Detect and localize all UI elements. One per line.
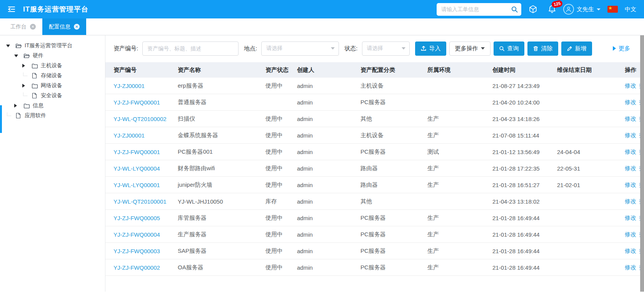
asset-code-link[interactable]: YJ-ZJ-FWQ00001 <box>113 99 178 106</box>
tree-item-信息[interactable]: 信息 <box>0 101 105 111</box>
user-menu[interactable]: 文先生 <box>563 4 601 15</box>
asset-no-input[interactable] <box>142 41 239 56</box>
search-input[interactable] <box>441 6 511 12</box>
table-cell: PC服务器 <box>360 99 427 106</box>
close-icon[interactable]: ✕ <box>74 24 80 30</box>
tab-label: 工作台 <box>10 23 27 30</box>
edit-link[interactable]: 修改 <box>625 181 636 189</box>
asset-code-link[interactable]: YJ-WL-QT20100002 <box>113 116 178 122</box>
tab-workbench[interactable]: 工作台 ✕ <box>4 18 42 35</box>
edit-link[interactable]: 修改 <box>625 198 636 205</box>
asset-code-link[interactable]: YJ-ZJ-FWQ00004 <box>113 231 178 238</box>
asset-code-link[interactable]: YJ-ZJ00001 <box>113 83 178 89</box>
tree-item-网络设备[interactable]: 网络设备 <box>0 81 105 91</box>
edit-link[interactable]: 修改 <box>625 115 636 123</box>
cube-icon[interactable] <box>528 5 538 14</box>
table-row: YJ-WL-LYQ00001juniper防火墙使用中admin路由器生产21-… <box>105 177 644 193</box>
tree-item-安全设备[interactable]: 安全设备 <box>0 91 105 101</box>
table-cell: 使用中 <box>265 264 297 271</box>
table-cell: admin <box>297 182 360 188</box>
edit-link[interactable]: 修改 <box>625 247 636 255</box>
edit-link[interactable]: 修改 <box>625 82 636 90</box>
main-area: IT服务运营管理平台硬件主机设备存储设备网络设备安全设备信息应用软件 资产编号:… <box>0 35 644 292</box>
import-button[interactable]: 导入 <box>415 41 446 56</box>
sidebar-scroll-indicator[interactable] <box>0 105 2 133</box>
chevron-down-icon <box>481 47 485 50</box>
asset-code-link[interactable]: YJ-ZJ00001 <box>113 132 178 139</box>
table-cell: 生产 <box>427 115 492 123</box>
caret-right-icon[interactable] <box>22 84 32 88</box>
table-cell: 使用中 <box>265 148 297 156</box>
tree-item-主机设备[interactable]: 主机设备 <box>0 61 105 71</box>
table-cell: 库存 <box>265 198 297 205</box>
tree-item-存储设备[interactable]: 存储设备 <box>0 71 105 81</box>
table-cell: 使用中 <box>265 132 297 139</box>
table-cell: 使用中 <box>265 82 297 90</box>
table-cell: 路由器 <box>360 165 427 172</box>
asset-code-link[interactable]: YJ-WL-QT20100001 <box>113 198 178 205</box>
asset-code-link[interactable]: YJ-WL-LYQ00004 <box>113 165 178 172</box>
vertical-scrollbar[interactable] <box>640 35 644 292</box>
column-header: 维保结束日期 <box>557 66 625 74</box>
column-header: 资产名称 <box>178 66 265 74</box>
table-cell: 24-04-04 <box>557 149 625 155</box>
tree-item-label: 存储设备 <box>41 72 62 79</box>
tree-item-硬件[interactable]: 硬件 <box>0 51 105 61</box>
app-title: IT服务运营管理平台 <box>23 5 88 14</box>
add-button[interactable]: 新增 <box>561 41 592 56</box>
status-select[interactable]: 请选择 <box>362 41 410 56</box>
table-cell: 财务部路由wifi <box>178 165 265 172</box>
table-cell: 生产 <box>427 231 492 238</box>
table-cell: 生产 <box>427 214 492 222</box>
chevron-down-icon <box>331 47 335 50</box>
edit-link[interactable]: 修改 <box>625 99 636 106</box>
table-cell: admin <box>297 83 360 89</box>
query-button[interactable]: 查询 <box>494 41 524 56</box>
asset-code-link[interactable]: YJ-ZJ-FWQ00002 <box>113 264 178 271</box>
tree-item-label: IT服务运营管理平台 <box>25 42 72 49</box>
asset-code-link[interactable]: YJ-ZJ-FWQ00003 <box>113 248 178 254</box>
tab-config-info[interactable]: 配置信息 ✕ <box>42 18 86 35</box>
edit-link[interactable]: 修改 <box>625 264 636 271</box>
table-cell: 21-01-28 16:49:44 <box>492 264 557 271</box>
sidebar-collapse-icon[interactable] <box>7 4 17 14</box>
caret-right-icon[interactable] <box>14 104 23 108</box>
tree-item-应用软件[interactable]: 应用软件 <box>0 111 105 121</box>
flag-icon[interactable]: ★ <box>607 6 618 13</box>
edit-link[interactable]: 修改 <box>625 148 636 156</box>
close-icon[interactable]: ✕ <box>30 24 36 30</box>
tree-item-label: 主机设备 <box>41 62 62 69</box>
asset-code-link[interactable]: YJ-ZJ-FWQ00005 <box>113 215 178 221</box>
clear-button[interactable]: 清除 <box>527 41 558 56</box>
asset-code-link[interactable]: YJ-WL-LYQ00001 <box>113 182 178 188</box>
tree-item-IT服务运营管理平台[interactable]: IT服务运营管理平台 <box>0 41 105 51</box>
location-select[interactable]: 请选择 <box>261 41 339 56</box>
table-cell: 21-01-28 16:49:44 <box>492 231 557 238</box>
table-row: YJ-ZJ00001金蝶系统服务器使用中admin主机设备生产21-07-08 … <box>105 127 644 144</box>
triangle-right-icon <box>613 46 616 51</box>
table-cell: admin <box>297 116 360 122</box>
edit-link[interactable]: 修改 <box>625 165 636 172</box>
table-cell: 21-01-28 17:22:35 <box>492 165 557 172</box>
table-row: YJ-ZJ-FWQ00003SAP服务器使用中adminPC服务器生产21-01… <box>105 243 644 259</box>
language-switch[interactable]: 中文 <box>625 6 636 13</box>
scrollbar-thumb[interactable] <box>640 35 644 292</box>
caret-down-icon[interactable] <box>14 55 23 57</box>
search-icon[interactable] <box>511 6 518 13</box>
table-cell: admin <box>297 198 360 205</box>
edit-link[interactable]: 修改 <box>625 214 636 222</box>
notification-bell-icon[interactable]: 125 <box>548 5 556 14</box>
more-link[interactable]: 更多 <box>613 45 630 52</box>
table-row: YJ-ZJ-FWQ00001普通服务器adminPC服务器21-04-20 10… <box>105 94 644 111</box>
table-cell: admin <box>297 264 360 271</box>
table-cell: 使用中 <box>265 214 297 222</box>
edit-link[interactable]: 修改 <box>625 231 636 238</box>
edit-link[interactable]: 修改 <box>625 132 636 139</box>
asset-code-link[interactable]: YJ-ZJ-FWQ00001 <box>113 149 178 155</box>
more-operations-button[interactable]: 更多操作 <box>449 41 491 56</box>
caret-right-icon[interactable] <box>22 64 32 68</box>
table-row: YJ-ZJ-FWQ00005库管服务器使用中adminPC服务器生产21-01-… <box>105 210 644 226</box>
table-cell: 其他 <box>360 115 427 123</box>
caret-down-icon[interactable] <box>6 45 15 47</box>
caret-right-icon <box>22 84 25 88</box>
